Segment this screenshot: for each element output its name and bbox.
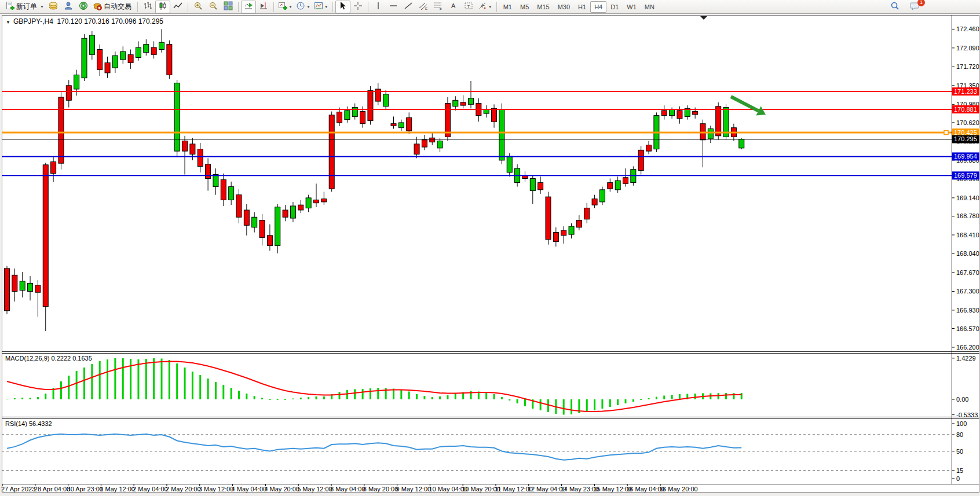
toolbar-separator (137, 2, 138, 12)
tf-d1[interactable]: D1 (606, 1, 623, 13)
candlestick-icon (158, 1, 167, 12)
profile-icon (64, 1, 73, 12)
trendline-icon (404, 1, 413, 12)
line-chart-button[interactable] (170, 1, 185, 13)
svg-text:F: F (440, 8, 442, 10)
periods-button[interactable]: ▼ (294, 1, 312, 13)
rsi-tick-label: 100 (956, 420, 967, 427)
price-tick-label: 166.570 (956, 325, 979, 332)
tile-windows-icon (224, 1, 233, 12)
time-axis-label: 16 May 20:00 (659, 486, 698, 493)
rsi-tick-label: 0 (956, 475, 960, 482)
trendline-button[interactable] (401, 1, 416, 13)
chart-shift-icon (259, 1, 268, 12)
auto-scroll-button[interactable] (241, 1, 256, 13)
rsi-indicator-label: RSI(14) 56.4332 (5, 420, 52, 427)
time-axis-label: 3 May 12:00 (199, 486, 234, 493)
symbol-dropdown-icon[interactable]: ▼ (6, 20, 10, 25)
time-axis-label: 8 May 20:00 (363, 486, 398, 493)
signal-button[interactable] (76, 1, 91, 13)
price-chart[interactable]: 172.460172.090171.720171.350170.980170.6… (0, 0, 980, 496)
time-axis-label: 28 Apr 04:00 (34, 486, 70, 493)
channel-icon: E (419, 1, 428, 12)
indicators-button[interactable]: ▼ (276, 1, 294, 13)
toolbar-separator (496, 2, 497, 12)
tf-m15[interactable]: M15 (533, 1, 553, 13)
candlestick-chart-button[interactable] (155, 1, 170, 13)
zoom-in-icon (193, 1, 203, 12)
auto-trading-button[interactable]: 自动交易 (91, 1, 135, 13)
time-axis-label: 2 May 04:00 (133, 486, 168, 493)
time-axis-label: 4 May 20:00 (264, 486, 299, 493)
search-button[interactable] (887, 1, 902, 13)
gold-bar-icon (49, 1, 58, 12)
toolbar-separator (332, 2, 333, 12)
price-tick-label: 170.620 (956, 119, 979, 126)
template-icon (314, 1, 323, 12)
auto-scroll-icon (244, 1, 253, 12)
price-tick-label: 166.200 (956, 344, 979, 351)
new-order-button[interactable]: 新订单 ▼ (3, 1, 46, 13)
zoom-in-button[interactable] (191, 1, 206, 13)
auto-trading-icon (93, 1, 102, 12)
toolbar-separator (238, 2, 239, 12)
tf-h1[interactable]: H1 (574, 1, 590, 13)
quotes-button[interactable] (46, 1, 61, 13)
rsi-tick-label: 50 (956, 448, 963, 455)
toolbar-separator (188, 2, 188, 12)
arrows-icon (478, 1, 487, 12)
chevron-down-icon: ▼ (324, 5, 328, 9)
chevron-down-icon: ▼ (488, 5, 492, 9)
crosshair-button[interactable] (350, 1, 365, 13)
text-label-icon: T (464, 1, 473, 12)
time-axis-label: 5 May 12:00 (297, 486, 332, 493)
chart-shift-button[interactable] (256, 1, 271, 13)
zoom-out-button[interactable] (206, 1, 221, 13)
fibonacci-button[interactable]: F (431, 1, 446, 13)
tf-mn[interactable]: MN (641, 1, 659, 13)
time-axis-label: 4 May 04:00 (232, 486, 267, 493)
macd-indicator-label: MACD(12,26,9) 0.2222 0.1635 (5, 355, 92, 362)
price-tick-label: 172.460 (956, 25, 979, 32)
arrows-button[interactable]: ▼ (476, 1, 494, 13)
time-axis-label: 30 Apr 23:00 (67, 486, 103, 493)
cursor-button[interactable] (335, 1, 350, 13)
macd-tick-label: 0.00 (956, 396, 968, 403)
price-tick-label: 168.780 (956, 212, 979, 219)
text-button[interactable]: A (446, 1, 461, 13)
tf-h4[interactable]: H4 (590, 1, 606, 13)
price-tick-label: 169.140 (956, 194, 979, 201)
templates-button[interactable]: ▼ (312, 1, 330, 13)
tile-windows-button[interactable] (221, 1, 236, 13)
auto-trading-label: 自动交易 (104, 2, 131, 12)
main-toolbar: 新订单 ▼ 自动交易 (0, 0, 980, 14)
crosshair-icon (353, 1, 363, 12)
ohlc-bars-icon (143, 1, 152, 12)
svg-text:A: A (451, 2, 456, 9)
horizontal-line-button[interactable] (386, 1, 401, 13)
time-axis-label: 1 May 12:00 (100, 486, 135, 493)
new-order-label: 新订单 (16, 2, 37, 12)
equidistant-channel-button[interactable]: E (416, 1, 431, 13)
chevron-down-icon: ▼ (288, 5, 292, 9)
text-label-button[interactable]: T (461, 1, 476, 13)
chevron-down-icon: ▼ (40, 5, 44, 9)
notifications-button[interactable]: 1 (907, 1, 922, 13)
vertical-line-button[interactable] (371, 1, 386, 13)
svg-text:E: E (425, 7, 427, 10)
tf-m30[interactable]: M30 (554, 1, 574, 13)
tf-w1[interactable]: W1 (623, 1, 641, 13)
toolbar-separator (273, 2, 274, 12)
bar-chart-button[interactable] (140, 1, 155, 13)
tf-m5[interactable]: M5 (516, 1, 533, 13)
profile-button[interactable] (61, 1, 76, 13)
price-badge: 170.295 (954, 135, 977, 142)
time-axis[interactable]: 27 Apr 202328 Apr 04:0030 Apr 23:001 May… (1, 484, 698, 493)
chevron-down-icon: ▼ (306, 5, 310, 9)
svg-text:T: T (467, 4, 470, 9)
price-badge: 169.954 (954, 153, 977, 160)
fibonacci-icon: F (434, 1, 443, 12)
tf-m1[interactable]: M1 (499, 1, 516, 13)
clock-icon (296, 1, 305, 12)
cursor-icon (338, 1, 348, 12)
